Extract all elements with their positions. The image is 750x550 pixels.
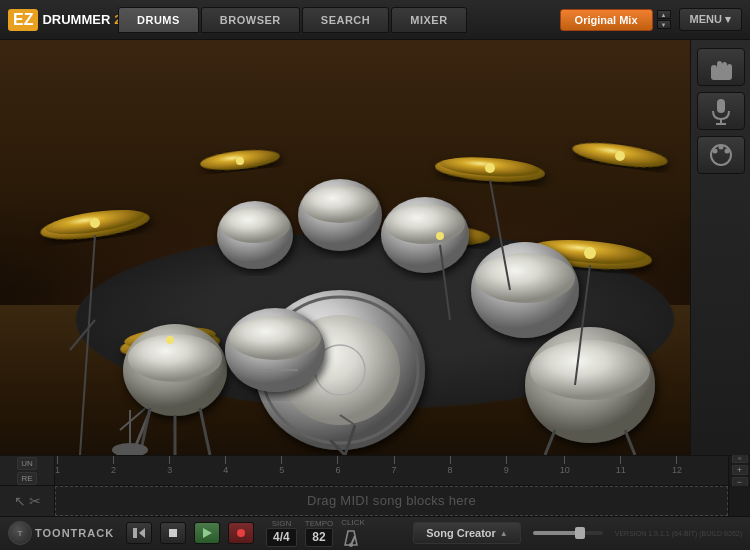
rewind-button[interactable] [126, 522, 152, 544]
midi-drop-zone[interactable]: Drag MIDI song blocks here [55, 486, 728, 516]
tab-search[interactable]: SEARCH [302, 7, 389, 33]
song-creator-button[interactable]: Song Creator ▲ [413, 522, 521, 544]
sign-label: SIGN [266, 519, 297, 528]
mix-selector: Original Mix ▲ ▼ [560, 9, 671, 31]
svg-point-31 [530, 340, 650, 400]
svg-line-40 [80, 235, 95, 455]
stop-icon [168, 528, 178, 538]
drum-kit-area [0, 40, 750, 455]
ruler-mark-8: 8 [448, 456, 453, 475]
mix-down-arrow[interactable]: ▼ [657, 20, 671, 29]
record-button[interactable] [228, 522, 254, 544]
right-controls-panel [690, 40, 750, 455]
midi-track-area: ↖ ✂ Drag MIDI song blocks here [0, 486, 750, 516]
tambourine-icon-button[interactable] [697, 136, 745, 174]
svg-marker-69 [203, 528, 212, 538]
svg-point-35 [229, 316, 321, 360]
version-text: VERSION 1.9.1.1 (64-BIT) (BUILD 8262) [615, 530, 742, 537]
svg-marker-66 [139, 528, 145, 538]
ruler-mark-5: 5 [279, 456, 284, 475]
mix-arrows: ▲ ▼ [657, 10, 671, 29]
song-creator-label: Song Creator [426, 527, 496, 539]
play-icon [202, 527, 213, 539]
time-signature-box[interactable]: SIGN 4/4 [266, 519, 297, 547]
svg-point-20 [302, 185, 378, 223]
track-tools-left: ↖ ✂ [0, 486, 55, 516]
tempo-value: 82 [312, 531, 326, 544]
svg-rect-59 [717, 99, 725, 113]
ruler-mark-6: 6 [335, 456, 340, 475]
svg-point-50 [485, 163, 495, 173]
ruler-mark-1: 1 [55, 456, 60, 475]
tempo-label: TEMPO [305, 519, 333, 528]
drag-midi-text: Drag MIDI song blocks here [307, 493, 476, 508]
tab-mixer[interactable]: MIXER [391, 7, 466, 33]
bottom-controls: T TOONTRACK SIGN 4/4 [0, 516, 750, 550]
top-navigation: EZ DRUMMER 2 DRUMS bRoWSER SEARCH MIXER … [0, 0, 750, 40]
ruler-mark-4: 4 [223, 456, 228, 475]
play-button[interactable] [194, 522, 220, 544]
svg-point-53 [615, 151, 625, 161]
toontrack-logo: T TOONTRACK [8, 521, 114, 545]
original-mix-button[interactable]: Original Mix [560, 9, 653, 31]
svg-line-32 [545, 430, 555, 455]
svg-point-72 [349, 543, 353, 547]
sign-tempo-group: SIGN 4/4 TEMPO 82 CLICK [266, 518, 365, 549]
svg-point-48 [166, 336, 174, 344]
ruler-mark-3: 3 [167, 456, 172, 475]
ruler-mark-11: 11 [616, 456, 626, 475]
svg-point-18 [220, 207, 290, 243]
timeline-right: ≡ + − [728, 456, 750, 485]
svg-line-33 [625, 430, 635, 455]
timeline-controls-left: UN RE [0, 456, 55, 485]
redo-button[interactable]: RE [17, 472, 36, 485]
timeline-bar: UN RE 123456789101112 ≡ + − [0, 456, 750, 486]
svg-point-22 [385, 204, 465, 244]
svg-point-52 [236, 157, 244, 165]
hand-icon-button[interactable] [697, 48, 745, 86]
svg-line-41 [70, 320, 95, 350]
mix-up-arrow[interactable]: ▲ [657, 10, 671, 19]
rewind-icon [133, 527, 145, 539]
metronome-icon [341, 529, 361, 547]
tempo-box[interactable]: TEMPO 82 [305, 519, 333, 547]
scissors-tool-icon[interactable]: ✂ [29, 493, 41, 509]
pointer-tool-icon[interactable]: ↖ [14, 493, 26, 509]
toontrack-icon: T [8, 521, 32, 545]
ruler-mark-9: 9 [504, 456, 509, 475]
svg-point-49 [584, 247, 596, 259]
svg-point-26 [128, 334, 222, 382]
zoom-in-button[interactable]: + [732, 465, 748, 475]
record-dot-icon [237, 529, 245, 537]
logo-drummer: DRUMMER [42, 12, 110, 27]
click-box[interactable]: CLICK [341, 518, 365, 549]
ruler-mark-2: 2 [111, 456, 116, 475]
tab-browser[interactable]: bRoWSER [201, 7, 300, 33]
svg-point-64 [724, 149, 729, 154]
undo-button[interactable]: UN [17, 457, 37, 470]
scroll-right-top[interactable]: ≡ [732, 454, 748, 463]
ruler-mark-12: 12 [672, 456, 682, 475]
svg-point-24 [475, 253, 575, 303]
svg-rect-67 [133, 528, 137, 538]
sign-value: 4/4 [273, 531, 290, 544]
click-label: CLICK [341, 518, 365, 527]
volume-slider[interactable] [533, 531, 603, 535]
svg-rect-58 [711, 73, 732, 80]
menu-button[interactable]: MENU ▾ [679, 8, 742, 31]
bottom-section: UN RE 123456789101112 ≡ + − ↖ ✂ Drag MID… [0, 455, 750, 550]
svg-point-65 [712, 149, 717, 154]
stop-button[interactable] [160, 522, 186, 544]
svg-point-63 [718, 145, 723, 150]
microphone-icon-button[interactable] [697, 92, 745, 130]
timeline-ruler: 123456789101112 [55, 456, 728, 485]
logo-ez: EZ [8, 9, 38, 31]
song-creator-arrow-icon: ▲ [500, 529, 508, 538]
ruler-mark-7: 7 [392, 456, 397, 475]
track-right [728, 486, 750, 516]
tab-drums[interactable]: DRUMS [118, 7, 199, 33]
svg-point-47 [90, 218, 100, 228]
app-logo: EZ DRUMMER 2 [8, 9, 118, 31]
toontrack-label: TOONTRACK [35, 527, 114, 539]
volume-thumb[interactable] [575, 527, 585, 539]
